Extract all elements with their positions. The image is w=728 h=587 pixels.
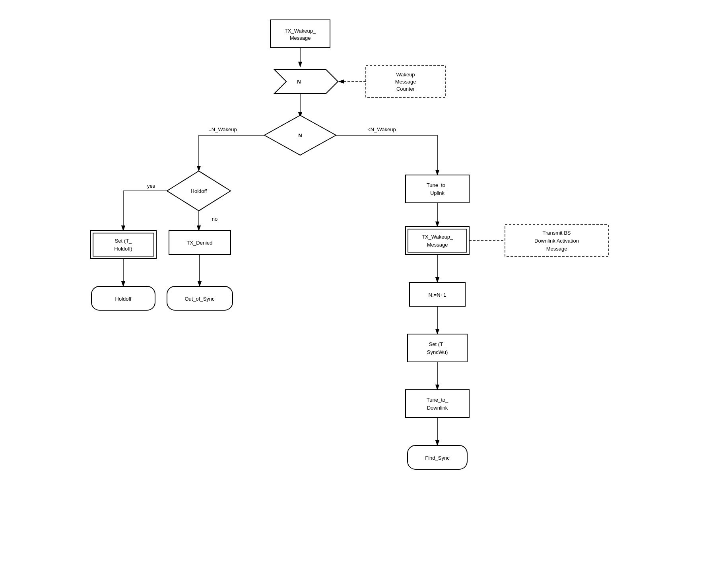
set-t-syncwu-label2: SyncWu) bbox=[427, 349, 448, 355]
tune-to-uplink-box bbox=[406, 175, 469, 203]
tx-wakeup-message-top-label2: Message bbox=[290, 35, 311, 41]
yes-label: yes bbox=[147, 183, 155, 189]
set-t-syncwu-label1: Set (T_ bbox=[429, 341, 446, 347]
wmc-label2: Message bbox=[395, 79, 416, 85]
tx-wakeup-message-top-label: TX_Wakeup_ bbox=[285, 28, 316, 34]
set-t-holdoff-inner bbox=[93, 233, 154, 256]
no-label: no bbox=[212, 216, 217, 222]
lt-n-wakeup-label: <N_Wakeup bbox=[367, 126, 396, 132]
tx-wakeup-message-top-box bbox=[270, 20, 330, 48]
set-t-holdoff-label2: Holdoff) bbox=[114, 246, 132, 252]
out-of-sync-label: Out_of_Sync bbox=[184, 296, 215, 302]
transmit-bs-label3: Message bbox=[546, 246, 567, 252]
tune-to-downlink-box bbox=[406, 390, 469, 418]
tx-wakeup-2-inner bbox=[408, 229, 467, 252]
tx-wakeup-2-label1: TX_Wakeup_ bbox=[422, 234, 453, 240]
holdoff-box-label: Holdoff bbox=[115, 296, 132, 302]
tune-to-uplink-label2: Uplink bbox=[430, 190, 445, 196]
transmit-bs-label1: Transmit BS bbox=[542, 230, 571, 236]
tune-to-downlink-label2: Downlink bbox=[427, 405, 448, 411]
set-t-syncwu-box bbox=[408, 334, 467, 362]
flowchart: TX_Wakeup_ Message N Wakeup Message Coun… bbox=[0, 0, 728, 587]
wmc-label3: Counter bbox=[396, 86, 415, 92]
tx-wakeup-2-label2: Message bbox=[427, 242, 448, 248]
tx-denied-label: TX_Denied bbox=[186, 240, 212, 246]
tune-to-uplink-label1: Tune_to_ bbox=[427, 182, 448, 188]
n-increment-label: N:=N+1 bbox=[429, 292, 447, 298]
set-t-holdoff-label1: Set (T_ bbox=[115, 238, 132, 244]
tune-to-downlink-label1: Tune_to_ bbox=[427, 397, 448, 403]
transmit-bs-label2: Downlink Activation bbox=[534, 238, 579, 244]
n-counter-label: N bbox=[297, 79, 301, 85]
wmc-label1: Wakeup bbox=[396, 72, 415, 78]
eq-n-wakeup-label: =N_Wakeup bbox=[208, 126, 237, 132]
n-diamond-label: N bbox=[298, 132, 302, 138]
n-counter-pentagon bbox=[274, 70, 338, 93]
find-sync-label: Find_Sync bbox=[425, 455, 450, 461]
holdoff-diamond-label: Holdoff bbox=[191, 188, 207, 194]
diagram-container: TX_Wakeup_ Message N Wakeup Message Coun… bbox=[0, 0, 728, 587]
